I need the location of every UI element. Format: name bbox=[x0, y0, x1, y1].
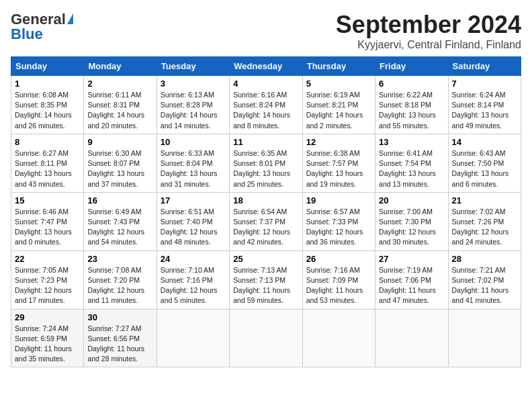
calendar-day-cell: 26Sunrise: 7:16 AMSunset: 7:09 PMDayligh… bbox=[302, 250, 375, 309]
day-number: 10 bbox=[161, 137, 226, 147]
day-info: Sunrise: 6:13 AMSunset: 8:28 PMDaylight:… bbox=[161, 90, 226, 131]
day-info: Sunrise: 6:30 AMSunset: 8:07 PMDaylight:… bbox=[87, 148, 152, 189]
calendar-week-row: 22Sunrise: 7:05 AMSunset: 7:23 PMDayligh… bbox=[11, 250, 521, 309]
calendar-day-cell bbox=[157, 309, 229, 367]
weekday-header: Friday bbox=[375, 57, 448, 76]
day-info: Sunrise: 6:57 AMSunset: 7:33 PMDaylight:… bbox=[306, 207, 371, 248]
calendar-week-row: 8Sunrise: 6:27 AMSunset: 8:11 PMDaylight… bbox=[11, 134, 521, 192]
day-info: Sunrise: 6:33 AMSunset: 8:04 PMDaylight:… bbox=[161, 148, 226, 189]
day-info: Sunrise: 6:46 AMSunset: 7:47 PMDaylight:… bbox=[15, 207, 80, 248]
day-info: Sunrise: 7:27 AMSunset: 6:56 PMDaylight:… bbox=[87, 324, 152, 365]
calendar-day-cell: 5Sunrise: 6:19 AMSunset: 8:21 PMDaylight… bbox=[302, 76, 375, 134]
day-info: Sunrise: 7:08 AMSunset: 7:20 PMDaylight:… bbox=[87, 265, 152, 306]
calendar-day-cell: 25Sunrise: 7:13 AMSunset: 7:13 PMDayligh… bbox=[230, 250, 302, 309]
calendar-day-cell bbox=[448, 309, 521, 367]
calendar-day-cell: 23Sunrise: 7:08 AMSunset: 7:20 PMDayligh… bbox=[84, 250, 157, 309]
logo: General Blue bbox=[11, 11, 73, 43]
calendar-day-cell: 12Sunrise: 6:38 AMSunset: 7:57 PMDayligh… bbox=[302, 134, 375, 192]
day-info: Sunrise: 7:10 AMSunset: 7:16 PMDaylight:… bbox=[161, 265, 226, 306]
weekday-header: Tuesday bbox=[157, 57, 229, 76]
calendar-day-cell: 27Sunrise: 7:19 AMSunset: 7:06 PMDayligh… bbox=[375, 250, 448, 309]
day-number: 1 bbox=[15, 79, 80, 89]
day-info: Sunrise: 6:41 AMSunset: 7:54 PMDaylight:… bbox=[379, 148, 444, 189]
location-subtitle: Kyyjaervi, Central Finland, Finland bbox=[336, 39, 521, 51]
calendar-week-row: 15Sunrise: 6:46 AMSunset: 7:47 PMDayligh… bbox=[11, 192, 521, 250]
weekday-header: Thursday bbox=[302, 57, 375, 76]
calendar-day-cell: 3Sunrise: 6:13 AMSunset: 8:28 PMDaylight… bbox=[157, 76, 229, 134]
day-info: Sunrise: 7:21 AMSunset: 7:02 PMDaylight:… bbox=[452, 265, 517, 306]
day-info: Sunrise: 7:13 AMSunset: 7:13 PMDaylight:… bbox=[233, 265, 298, 306]
calendar-day-cell: 7Sunrise: 6:24 AMSunset: 8:14 PMDaylight… bbox=[448, 76, 521, 134]
day-info: Sunrise: 7:24 AMSunset: 6:59 PMDaylight:… bbox=[15, 324, 80, 365]
day-info: Sunrise: 6:08 AMSunset: 8:35 PMDaylight:… bbox=[15, 90, 80, 131]
day-number: 27 bbox=[379, 254, 444, 264]
day-info: Sunrise: 6:16 AMSunset: 8:24 PMDaylight:… bbox=[233, 90, 298, 131]
month-title: September 2024 bbox=[336, 11, 521, 39]
calendar-day-cell: 9Sunrise: 6:30 AMSunset: 8:07 PMDaylight… bbox=[84, 134, 157, 192]
day-info: Sunrise: 7:19 AMSunset: 7:06 PMDaylight:… bbox=[379, 265, 444, 306]
weekday-header: Wednesday bbox=[230, 57, 302, 76]
calendar-day-cell: 8Sunrise: 6:27 AMSunset: 8:11 PMDaylight… bbox=[11, 134, 84, 192]
calendar-day-cell: 24Sunrise: 7:10 AMSunset: 7:16 PMDayligh… bbox=[157, 250, 229, 309]
day-number: 20 bbox=[379, 195, 444, 205]
day-info: Sunrise: 6:27 AMSunset: 8:11 PMDaylight:… bbox=[15, 148, 80, 189]
day-number: 14 bbox=[452, 137, 517, 147]
weekday-header: Monday bbox=[84, 57, 157, 76]
calendar-day-cell: 21Sunrise: 7:02 AMSunset: 7:26 PMDayligh… bbox=[448, 192, 521, 250]
calendar-day-cell: 11Sunrise: 6:35 AMSunset: 8:01 PMDayligh… bbox=[230, 134, 302, 192]
day-info: Sunrise: 6:43 AMSunset: 7:50 PMDaylight:… bbox=[452, 148, 517, 189]
day-number: 3 bbox=[161, 79, 226, 89]
day-number: 17 bbox=[161, 195, 226, 205]
calendar-day-cell: 13Sunrise: 6:41 AMSunset: 7:54 PMDayligh… bbox=[375, 134, 448, 192]
day-info: Sunrise: 7:00 AMSunset: 7:30 PMDaylight:… bbox=[379, 207, 444, 248]
calendar-day-cell: 17Sunrise: 6:51 AMSunset: 7:40 PMDayligh… bbox=[157, 192, 229, 250]
calendar-day-cell: 28Sunrise: 7:21 AMSunset: 7:02 PMDayligh… bbox=[448, 250, 521, 309]
day-number: 23 bbox=[87, 254, 152, 264]
day-info: Sunrise: 6:35 AMSunset: 8:01 PMDaylight:… bbox=[233, 148, 298, 189]
calendar-day-cell: 2Sunrise: 6:11 AMSunset: 8:31 PMDaylight… bbox=[84, 76, 157, 134]
calendar-day-cell: 1Sunrise: 6:08 AMSunset: 8:35 PMDaylight… bbox=[11, 76, 84, 134]
calendar-day-cell: 19Sunrise: 6:57 AMSunset: 7:33 PMDayligh… bbox=[302, 192, 375, 250]
weekday-header: Saturday bbox=[448, 57, 521, 76]
day-info: Sunrise: 7:16 AMSunset: 7:09 PMDaylight:… bbox=[306, 265, 371, 306]
day-number: 11 bbox=[233, 137, 298, 147]
day-number: 9 bbox=[87, 137, 152, 147]
calendar-day-cell: 22Sunrise: 7:05 AMSunset: 7:23 PMDayligh… bbox=[11, 250, 84, 309]
day-number: 8 bbox=[15, 137, 80, 147]
day-number: 24 bbox=[161, 254, 226, 264]
day-number: 5 bbox=[306, 79, 371, 89]
title-block: September 2024 Kyyjaervi, Central Finlan… bbox=[336, 11, 521, 51]
calendar-day-cell: 15Sunrise: 6:46 AMSunset: 7:47 PMDayligh… bbox=[11, 192, 84, 250]
calendar-day-cell: 4Sunrise: 6:16 AMSunset: 8:24 PMDaylight… bbox=[230, 76, 302, 134]
day-info: Sunrise: 6:54 AMSunset: 7:37 PMDaylight:… bbox=[233, 207, 298, 248]
calendar-day-cell: 16Sunrise: 6:49 AMSunset: 7:43 PMDayligh… bbox=[84, 192, 157, 250]
day-number: 21 bbox=[452, 195, 517, 205]
calendar-day-cell: 30Sunrise: 7:27 AMSunset: 6:56 PMDayligh… bbox=[84, 309, 157, 367]
calendar-day-cell bbox=[375, 309, 448, 367]
calendar-day-cell: 10Sunrise: 6:33 AMSunset: 8:04 PMDayligh… bbox=[157, 134, 229, 192]
calendar-week-row: 29Sunrise: 7:24 AMSunset: 6:59 PMDayligh… bbox=[11, 309, 521, 367]
day-number: 19 bbox=[306, 195, 371, 205]
day-number: 7 bbox=[452, 79, 517, 89]
day-info: Sunrise: 7:02 AMSunset: 7:26 PMDaylight:… bbox=[452, 207, 517, 248]
day-number: 25 bbox=[233, 254, 298, 264]
logo-arrow-icon bbox=[67, 13, 73, 24]
day-number: 6 bbox=[379, 79, 444, 89]
calendar-day-cell bbox=[230, 309, 302, 367]
day-number: 26 bbox=[306, 254, 371, 264]
day-number: 22 bbox=[15, 254, 80, 264]
day-number: 15 bbox=[15, 195, 80, 205]
day-info: Sunrise: 7:05 AMSunset: 7:23 PMDaylight:… bbox=[15, 265, 80, 306]
day-number: 18 bbox=[233, 195, 298, 205]
day-number: 29 bbox=[15, 312, 80, 322]
day-number: 30 bbox=[87, 312, 152, 322]
calendar-day-cell bbox=[302, 309, 375, 367]
day-info: Sunrise: 6:51 AMSunset: 7:40 PMDaylight:… bbox=[161, 207, 226, 248]
calendar-day-cell: 29Sunrise: 7:24 AMSunset: 6:59 PMDayligh… bbox=[11, 309, 84, 367]
day-info: Sunrise: 6:11 AMSunset: 8:31 PMDaylight:… bbox=[87, 90, 152, 131]
calendar-week-row: 1Sunrise: 6:08 AMSunset: 8:35 PMDaylight… bbox=[11, 76, 521, 134]
day-info: Sunrise: 6:49 AMSunset: 7:43 PMDaylight:… bbox=[87, 207, 152, 248]
calendar-day-cell: 6Sunrise: 6:22 AMSunset: 8:18 PMDaylight… bbox=[375, 76, 448, 134]
calendar-table: SundayMondayTuesdayWednesdayThursdayFrid… bbox=[11, 56, 521, 367]
day-number: 16 bbox=[87, 195, 152, 205]
